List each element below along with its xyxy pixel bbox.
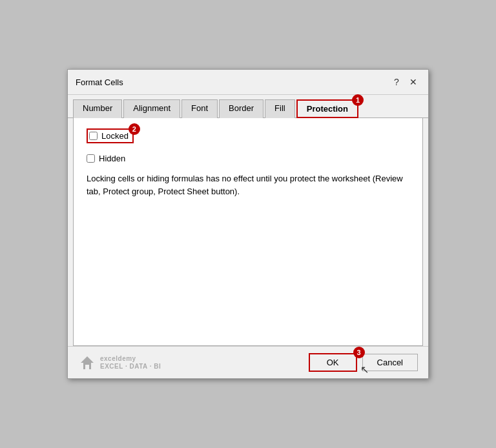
hidden-label: Hidden bbox=[99, 154, 125, 163]
locked-checkbox[interactable] bbox=[89, 132, 98, 140]
hidden-checkbox-row: Hidden bbox=[87, 154, 409, 163]
tab-font[interactable]: Font bbox=[181, 99, 218, 118]
tab-number[interactable]: Number bbox=[73, 99, 122, 118]
hidden-checkbox[interactable] bbox=[87, 154, 95, 163]
locked-checkbox-row: Locked 2 bbox=[87, 128, 134, 143]
tab-alignment[interactable]: Alignment bbox=[123, 99, 180, 118]
brand-icon bbox=[78, 354, 96, 372]
protection-description: Locking cells or hiding formulas has no … bbox=[87, 172, 409, 198]
tab-bar: Number Alignment Font Border Fill Protec… bbox=[68, 95, 428, 118]
dialog-title: Format Cells bbox=[76, 77, 123, 87]
tab-badge: 1 bbox=[352, 94, 364, 106]
tab-border[interactable]: Border bbox=[219, 99, 264, 118]
title-bar-controls: ? ✕ bbox=[389, 75, 420, 89]
cancel-button[interactable]: Cancel bbox=[362, 354, 418, 371]
ok-badge: 3 bbox=[353, 347, 365, 358]
tab-protection[interactable]: Protection 1 bbox=[296, 99, 358, 118]
footer-buttons: OK 3 ↖ Cancel bbox=[309, 353, 418, 372]
help-button[interactable]: ? bbox=[389, 75, 404, 89]
locked-label: Locked bbox=[101, 131, 129, 141]
svg-rect-1 bbox=[85, 365, 89, 369]
tab-fill[interactable]: Fill bbox=[265, 99, 295, 118]
locked-badge: 2 bbox=[129, 123, 140, 135]
ok-button[interactable]: OK bbox=[309, 353, 357, 372]
close-button[interactable]: ✕ bbox=[406, 75, 420, 89]
brand-area: exceldemy EXCEL · DATA · BI bbox=[78, 354, 161, 372]
footer: exceldemy EXCEL · DATA · BI OK 3 ↖ Cance… bbox=[68, 346, 428, 378]
protection-content: Locked 2 Hidden Locking cells or hiding … bbox=[73, 118, 423, 346]
title-bar: Format Cells ? ✕ bbox=[68, 70, 428, 95]
brand-text: exceldemy EXCEL · DATA · BI bbox=[100, 355, 161, 371]
format-cells-dialog: Format Cells ? ✕ Number Alignment Font B… bbox=[67, 69, 429, 379]
